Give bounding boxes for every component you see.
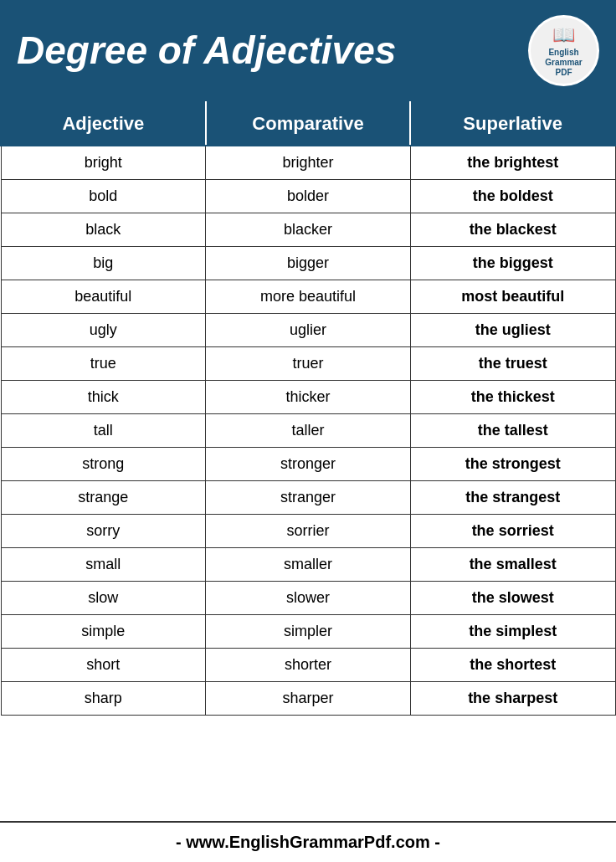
cell-row7-col2: the thickest bbox=[410, 381, 615, 414]
cell-row16-col2: the sharpest bbox=[410, 682, 615, 716]
table-row: boldbolderthe boldest bbox=[1, 180, 615, 213]
cell-row10-col0: strange bbox=[1, 481, 206, 515]
cell-row15-col1: shorter bbox=[206, 649, 411, 682]
cell-row6-col0: true bbox=[1, 347, 206, 381]
table-row: truetruerthe truest bbox=[1, 347, 615, 381]
cell-row3-col1: bigger bbox=[206, 247, 411, 280]
cell-row6-col1: truer bbox=[206, 347, 411, 381]
cell-row12-col1: smaller bbox=[206, 548, 411, 582]
cell-row2-col2: the blackest bbox=[410, 213, 615, 247]
cell-row1-col0: bold bbox=[1, 180, 206, 213]
cell-row4-col2: most beautiful bbox=[410, 280, 615, 314]
table-row: strongstrongerthe strongest bbox=[1, 448, 615, 481]
page-footer: - www.EnglishGrammarPdf.com - bbox=[0, 821, 616, 862]
cell-row3-col0: big bbox=[1, 247, 206, 280]
cell-row12-col2: the smallest bbox=[410, 548, 615, 582]
cell-row10-col2: the strangest bbox=[410, 481, 615, 515]
table-row: slowslowerthe slowest bbox=[1, 582, 615, 615]
cell-row0-col0: bright bbox=[1, 146, 206, 180]
cell-row14-col2: the simplest bbox=[410, 615, 615, 649]
table-row: blackblackerthe blackest bbox=[1, 213, 615, 247]
cell-row14-col1: simpler bbox=[206, 615, 411, 649]
col-adjective: Adjective bbox=[1, 102, 206, 146]
cell-row11-col2: the sorriest bbox=[410, 515, 615, 548]
cell-row5-col0: ugly bbox=[1, 314, 206, 347]
cell-row7-col1: thicker bbox=[206, 381, 411, 414]
cell-row1-col2: the boldest bbox=[410, 180, 615, 213]
cell-row11-col1: sorrier bbox=[206, 515, 411, 548]
table-row: uglyuglierthe ugliest bbox=[1, 314, 615, 347]
table-row: thickthickerthe thickest bbox=[1, 381, 615, 414]
cell-row15-col2: the shortest bbox=[410, 649, 615, 682]
cell-row7-col0: thick bbox=[1, 381, 206, 414]
table-header-row: Adjective Comparative Superlative bbox=[1, 102, 615, 146]
cell-row15-col0: short bbox=[1, 649, 206, 682]
cell-row5-col2: the ugliest bbox=[410, 314, 615, 347]
cell-row10-col1: stranger bbox=[206, 481, 411, 515]
cell-row8-col0: tall bbox=[1, 414, 206, 448]
cell-row13-col1: slower bbox=[206, 582, 411, 615]
cell-row6-col2: the truest bbox=[410, 347, 615, 381]
cell-row4-col1: more beautiful bbox=[206, 280, 411, 314]
col-superlative: Superlative bbox=[410, 102, 615, 146]
cell-row16-col1: sharper bbox=[206, 682, 411, 716]
cell-row0-col2: the brightest bbox=[410, 146, 615, 180]
table-row: talltallerthe tallest bbox=[1, 414, 615, 448]
logo-badge: 📖 EnglishGrammarPDF bbox=[528, 15, 599, 86]
cell-row16-col0: sharp bbox=[1, 682, 206, 716]
cell-row13-col2: the slowest bbox=[410, 582, 615, 615]
cell-row2-col0: black bbox=[1, 213, 206, 247]
cell-row1-col1: bolder bbox=[206, 180, 411, 213]
cell-row8-col1: taller bbox=[206, 414, 411, 448]
table-row: shortshorterthe shortest bbox=[1, 649, 615, 682]
table-row: strangestrangerthe strangest bbox=[1, 481, 615, 515]
logo-text: EnglishGrammarPDF bbox=[545, 48, 582, 78]
cell-row14-col0: simple bbox=[1, 615, 206, 649]
page-header: Degree of Adjectives 📖 EnglishGrammarPDF bbox=[0, 0, 616, 101]
page-title: Degree of Adjectives bbox=[17, 29, 528, 72]
cell-row4-col0: beautiful bbox=[1, 280, 206, 314]
cell-row3-col2: the biggest bbox=[410, 247, 615, 280]
cell-row11-col0: sorry bbox=[1, 515, 206, 548]
cell-row9-col1: stronger bbox=[206, 448, 411, 481]
cell-row2-col1: blacker bbox=[206, 213, 411, 247]
col-comparative: Comparative bbox=[206, 102, 411, 146]
cell-row8-col2: the tallest bbox=[410, 414, 615, 448]
cell-row0-col1: brighter bbox=[206, 146, 411, 180]
table-row: beautifulmore beautifulmost beautiful bbox=[1, 280, 615, 314]
cell-row9-col2: the strongest bbox=[410, 448, 615, 481]
cell-row13-col0: slow bbox=[1, 582, 206, 615]
cell-row12-col0: small bbox=[1, 548, 206, 582]
table-row: brightbrighterthe brightest bbox=[1, 146, 615, 180]
table-container: Adjective Comparative Superlative bright… bbox=[0, 101, 616, 821]
adjectives-table: Adjective Comparative Superlative bright… bbox=[0, 101, 616, 716]
table-row: smallsmallerthe smallest bbox=[1, 548, 615, 582]
table-row: sorrysorrierthe sorriest bbox=[1, 515, 615, 548]
logo-icon: 📖 bbox=[552, 24, 575, 46]
table-row: bigbiggerthe biggest bbox=[1, 247, 615, 280]
table-row: sharpsharperthe sharpest bbox=[1, 682, 615, 716]
cell-row5-col1: uglier bbox=[206, 314, 411, 347]
footer-text: - www.EnglishGrammarPdf.com - bbox=[176, 833, 440, 851]
table-row: simplesimplerthe simplest bbox=[1, 615, 615, 649]
cell-row9-col0: strong bbox=[1, 448, 206, 481]
